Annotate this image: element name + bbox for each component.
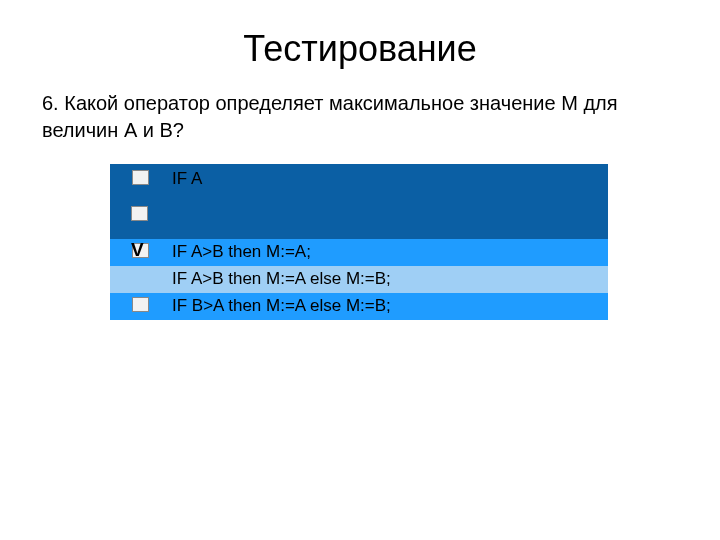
option-row-0: IF A (110, 164, 608, 239)
option-checkbox-cell-4 (110, 293, 170, 312)
option-row-2: V IF A>B then M:=A; (110, 239, 608, 266)
option-label-4: IF B>A then M:=A else M:=B; (170, 293, 608, 316)
option-label-3: IF A>B then M:=A else M:=B; (170, 266, 608, 289)
option-checkbox-cell-0 (110, 164, 170, 185)
question-text: 6. Какой оператор определяет максимально… (0, 90, 720, 144)
checkbox-4[interactable] (132, 297, 149, 312)
checkmark-icon: V (131, 239, 144, 261)
option-row-3: IF A>B then M:=A else M:=B; (110, 266, 608, 293)
option-checkbox-cell-2: V (110, 239, 170, 258)
option-row-4: IF B>A then M:=A else M:=B; (110, 293, 608, 320)
slide-title: Тестирование (0, 0, 720, 90)
checkbox-1[interactable] (131, 206, 148, 221)
checkbox-0[interactable] (132, 170, 149, 185)
option-checkbox-cell-3 (110, 266, 170, 270)
option-label-2: IF A>B then M:=A; (170, 239, 608, 262)
option-label-0: IF A (170, 164, 608, 189)
options-table: IF A V IF A>B then M:=A; IF A>B then M:=… (110, 164, 608, 320)
